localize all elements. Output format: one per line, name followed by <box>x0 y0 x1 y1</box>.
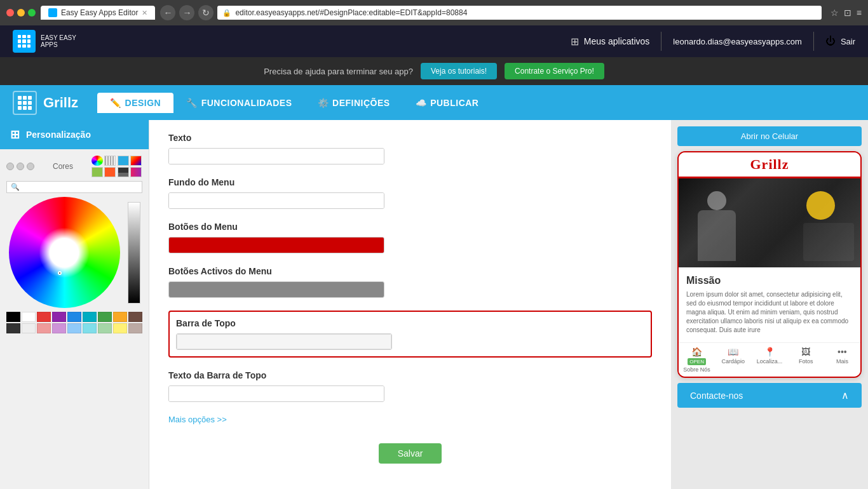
field-label-texto: Texto <box>168 133 652 143</box>
refresh-button[interactable]: ↻ <box>198 5 214 20</box>
nav-item-mais[interactable]: ••• Mais <box>824 343 860 377</box>
pattern-swatch-1[interactable] <box>104 156 116 166</box>
close-dot[interactable] <box>6 9 14 17</box>
palette-green[interactable] <box>98 312 112 322</box>
palette-lightcyan[interactable] <box>83 323 97 333</box>
tutorial-button[interactable]: Veja os tutoriais! <box>421 63 497 79</box>
palette-cyan[interactable] <box>83 312 97 322</box>
palette-dark[interactable] <box>6 323 20 333</box>
app-header: EASY EASY APPS ⊞ Meus aplicativos leonar… <box>0 25 868 57</box>
palette-lightgreen[interactable] <box>98 323 112 333</box>
user-email: leonardo.dias@easyeasyapps.com <box>673 37 802 46</box>
palette-lightyellow[interactable] <box>113 323 127 333</box>
more-options-link[interactable]: Mais opções >> <box>168 415 652 424</box>
nav-item-cardapio[interactable]: 📖 Cardápio <box>715 343 751 377</box>
color-bar-texto[interactable] <box>168 148 384 164</box>
color-fill-texto <box>169 149 384 164</box>
palette-lightblue[interactable] <box>67 323 81 333</box>
phone-hero <box>679 178 860 267</box>
more-options-text[interactable]: Mais opções >> <box>168 415 227 424</box>
mission-text: Lorem ipsum dolor sit amet, consectetur … <box>686 290 853 335</box>
brightness-slider[interactable] <box>128 202 140 304</box>
back-button[interactable]: ← <box>160 5 175 20</box>
palette-purple[interactable] <box>52 312 66 322</box>
address-bar[interactable]: 🔒 editor.easyeasyapps.net/#DesignPlace:e… <box>217 6 821 20</box>
service-button[interactable]: Contrate o Serviço Pro! <box>505 63 604 79</box>
sidebar-item-personalizacao[interactable]: ⊞ Personalização <box>0 120 149 149</box>
color-bar-fundo[interactable] <box>168 192 384 209</box>
open-mobile-button[interactable]: Abrir no Celular <box>677 126 862 146</box>
palette-brown[interactable] <box>128 312 142 322</box>
color-swatch-blue[interactable] <box>118 156 129 166</box>
palette-lightpurple[interactable] <box>52 323 66 333</box>
palette-black[interactable] <box>6 312 20 322</box>
main-content: ⊞ Personalização Cores <box>0 120 868 489</box>
fotos-label: Fotos <box>799 358 813 365</box>
kitchen-bg <box>803 223 854 261</box>
star-icon[interactable]: ☆ <box>831 8 839 18</box>
color-wheel-icon[interactable] <box>92 156 103 166</box>
window-icon[interactable]: ⊡ <box>844 8 851 18</box>
color-bar-barra-topo[interactable] <box>176 333 392 350</box>
apps-grid-icon[interactable]: ⊞ <box>571 36 579 48</box>
tab-funcionalidades[interactable]: 🔧 FUNCIONALIDADES <box>173 93 304 113</box>
color-wheel-container[interactable] <box>9 197 120 308</box>
chef-body <box>698 210 736 261</box>
publicar-label: PUBLICAR <box>430 98 478 108</box>
forward-button[interactable]: → <box>179 5 194 20</box>
tab-definicoes[interactable]: ⚙️ DEFINIÇÕES <box>305 93 403 113</box>
maximize-dot[interactable] <box>28 9 36 17</box>
contacte-button[interactable]: Contacte-nos ∧ <box>677 383 862 408</box>
color-swatch-orange[interactable] <box>104 167 116 177</box>
search-color-bar[interactable]: 🔍 <box>6 181 142 193</box>
logout-button[interactable]: Sair <box>841 37 855 46</box>
palette-lightbrown[interactable] <box>128 323 142 333</box>
palette-red[interactable] <box>37 312 51 322</box>
nav-item-fotos[interactable]: 🖼 Fotos <box>788 343 824 377</box>
phone-top-bar: Grillz <box>679 152 860 178</box>
chef-head <box>707 191 726 210</box>
nav-item-localiza[interactable]: 📍 Localiza... <box>751 343 787 377</box>
open-badge: OPEN <box>688 358 706 365</box>
logo-icon <box>13 30 36 53</box>
color-fill-activos <box>169 282 384 297</box>
preview-panel: Abrir no Celular Grillz <box>671 120 868 489</box>
minimize-dot[interactable] <box>17 9 25 17</box>
circle-2 <box>17 163 24 170</box>
mais-label: Mais <box>836 358 848 365</box>
app-brand-name: Grillz <box>43 95 78 111</box>
phone-app-title: Grillz <box>750 156 789 172</box>
tab-close-button[interactable]: ✕ <box>142 9 147 17</box>
palette-lightred[interactable] <box>37 323 51 333</box>
color-wheel[interactable] <box>9 197 120 308</box>
palette-light[interactable] <box>22 323 36 333</box>
color-fill-fundo <box>169 193 384 208</box>
tab-publicar[interactable]: ☁️ PUBLICAR <box>403 93 492 113</box>
palette-blue[interactable] <box>67 312 81 322</box>
color-fill-barra-topo <box>177 334 391 349</box>
meus-aplicativos-link[interactable]: Meus aplicativos <box>584 36 650 46</box>
gradient-swatch-2[interactable] <box>130 167 142 177</box>
browser-tab[interactable]: Easy Easy Apps Editor ✕ <box>41 6 155 20</box>
app-brand: Grillz <box>13 91 78 115</box>
search-color-input[interactable] <box>22 184 138 191</box>
mais-icon: ••• <box>837 347 847 357</box>
nav-item-sobre-nos[interactable]: 🏠 OPEN Sobre Nós <box>679 343 715 377</box>
tab-design[interactable]: ✏️ DESIGN <box>97 93 173 113</box>
color-bar-botoes[interactable] <box>168 237 384 253</box>
palette-swatches <box>6 312 142 322</box>
fotos-icon: 🖼 <box>801 347 810 357</box>
palette-yellow[interactable] <box>113 312 127 322</box>
announcement-bar: Precisa de ajuda para terminar seu app? … <box>0 57 868 85</box>
field-label-barra-topo: Barra de Topo <box>176 318 644 328</box>
circle-1 <box>6 163 14 170</box>
save-button[interactable]: Salvar <box>379 443 442 464</box>
menu-icon[interactable]: ≡ <box>857 8 862 18</box>
palette-white[interactable] <box>22 312 36 322</box>
color-bar-texto-barra[interactable] <box>168 385 384 402</box>
gradient-swatch[interactable] <box>130 156 142 166</box>
image-swatch[interactable] <box>118 167 129 177</box>
color-bar-botoes-activos[interactable] <box>168 281 384 298</box>
app-brand-icon <box>13 91 37 115</box>
color-swatch-green[interactable] <box>92 167 103 177</box>
